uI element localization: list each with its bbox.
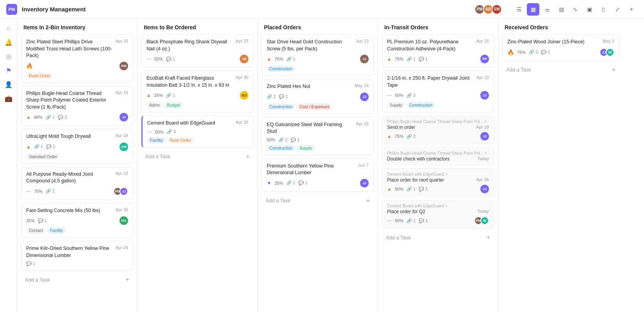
toolbar-table-icon[interactable]: ▤: [555, 3, 567, 16]
tag-facility: Facility: [147, 137, 166, 143]
sidebar-search-icon[interactable]: ◎: [2, 50, 15, 62]
col3-add-task[interactable]: Add a Task +: [262, 195, 374, 207]
card-pl-premium[interactable]: PL Premium 10 oz. Polyurethane Construct…: [382, 34, 494, 68]
tag-supply: Supply: [297, 145, 315, 151]
card-title: Black Phosphate Ring Shank Drywall Nail …: [146, 39, 236, 52]
card-title: Prime Kiln-Dried Southern Yellow Pine Di…: [26, 245, 116, 259]
card-title: Philips Bugle-Head Coarse Thread Sharp P…: [26, 90, 116, 111]
column-3: Placed Orders Star Drive Head Gold Const…: [258, 19, 378, 312]
col2-add-task[interactable]: Add a Task +: [141, 151, 253, 162]
progress-value: 75%: [34, 189, 43, 194]
card-title: Cement Board with EdgeGuard: [147, 120, 236, 127]
card-title: Star Drive Head Gold Construction Screw …: [267, 39, 356, 52]
sidebar-user-icon[interactable]: 👤: [2, 78, 15, 91]
sidebar-bell-icon[interactable]: 🔔: [2, 36, 15, 48]
sidebar-home-icon[interactable]: ⌂: [2, 22, 15, 34]
add-task-plus: +: [126, 276, 129, 283]
app-title: Inventory Management: [22, 6, 471, 12]
col5-add-task[interactable]: Add a Task +: [502, 64, 619, 76]
card-eq-galvanized[interactable]: EQ Galvanized Steel Wall Framing Stud Ap…: [262, 117, 374, 155]
toolbar-filter-icon[interactable]: ⚌: [541, 3, 553, 16]
card-avatar: JJ: [360, 55, 369, 63]
progress-flat-icon: —: [387, 93, 392, 98]
column-2: Items to Be Ordered Black Phosphate Ring…: [137, 19, 258, 312]
tag-rushorder: Rush Order: [167, 137, 194, 143]
subtask-ref[interactable]: Philips Bugle-Head Coarse Thread Sharp P…: [387, 151, 489, 155]
app-logo: PM: [6, 4, 17, 15]
card-date: May 24: [355, 83, 369, 88]
toolbar-expand-icon[interactable]: ⤢: [611, 3, 624, 16]
link-icon: 🔗 1: [286, 180, 295, 185]
card-title: Zinc-Plated Wood Joiner (15-Piece): [507, 39, 603, 46]
card-ultralight-drywall[interactable]: UltraLight Mold Tough Drywall Apr 18 ▲ 🔗…: [21, 129, 133, 164]
toolbar-chart-icon[interactable]: ∿: [569, 3, 582, 16]
toolbar-calendar-icon[interactable]: ▣: [583, 3, 596, 16]
toolbar-list-icon[interactable]: ☰: [513, 3, 525, 16]
card-joint-compound[interactable]: All Purpose Ready-Mixed Joint Compound (…: [21, 167, 133, 200]
add-task-plus: +: [246, 153, 250, 160]
card-avatar: JJ: [120, 113, 128, 121]
toolbar: ☰ ▦ ⚌ ▤ ∿ ▣ ▯ ⤢ +: [513, 3, 638, 16]
col4-add-task[interactable]: Add a Task +: [382, 232, 494, 243]
card-title: UltraLight Mold Tough Drywall: [26, 133, 116, 140]
card-ecobatt[interactable]: EcoBatt Kraft Faced Fiberglass Insulatio…: [141, 71, 253, 112]
col2-header: Items to Be Ordered: [137, 19, 257, 34]
subtask-send-order[interactable]: Philips Bugle-Head Coarse Thread Sharp P…: [382, 116, 494, 144]
card-date: Apr 30: [236, 75, 248, 80]
subtask-title: Place order for Q2: [387, 209, 425, 214]
col1-header: Items In 2-Bin Inventory: [17, 19, 137, 34]
card-title: EQ Galvanized Steel Wall Framing Stud: [267, 121, 356, 135]
card-drywall-tape[interactable]: 2-1/16 in. x 250 ft. Paper Drywall Joint…: [382, 71, 494, 112]
card-zinc-screws[interactable]: Zinc Plated Steel Phillips Drive Modifie…: [21, 34, 133, 83]
card-philips-screw[interactable]: Philips Bugle-Head Coarse Thread Sharp P…: [21, 86, 133, 126]
card-date: Apr 18: [116, 133, 128, 138]
subtask-ref[interactable]: Cement Board with EdgeGuard >: [387, 203, 489, 208]
link-icon: 🔗 1: [46, 189, 55, 194]
col4-header: In-Transit Orders: [378, 19, 498, 34]
card-date: Apr 19: [116, 90, 128, 95]
card-premium-pine[interactable]: Premium Southern Yellow Pine Dimensional…: [262, 159, 374, 192]
add-task-label: Add a Task: [25, 277, 50, 283]
subtask-double-check[interactable]: Philips Bugle-Head Coarse Thread Sharp P…: [382, 147, 494, 165]
card-avatar: AB: [240, 55, 248, 63]
subtask-ref[interactable]: Philips Bugle-Head Coarse Thread Sharp P…: [387, 119, 489, 124]
sidebar-flag-icon[interactable]: ⚑: [2, 64, 15, 77]
comment-icon: 💬 1: [279, 94, 288, 99]
progress-value: 75%: [395, 134, 403, 139]
card-title: PL Premium 10 oz. Polyurethane Construct…: [387, 39, 476, 52]
link-icon: 🔗 1: [286, 57, 295, 62]
card-cement-board[interactable]: Cement Board with EdgeGuard Apr 26 — 50%…: [141, 116, 253, 148]
card-zinc-hex[interactable]: Zinc Plated Hex Nut May 24 🔗 2 💬 1 JJ Co…: [262, 79, 374, 114]
card-pine-lumber[interactable]: Prime Kiln-Dried Southern Yellow Pine Di…: [21, 241, 133, 271]
subtask-ref[interactable]: Cement Board with EdgeGuard >: [387, 172, 489, 177]
tag-construction: Construction: [407, 102, 435, 108]
progress-up-icon: ▲: [26, 144, 31, 150]
col1-add-task[interactable]: Add a Task +: [21, 274, 133, 285]
card-avatar: JJ: [360, 179, 369, 187]
progress-flat-icon: —: [387, 218, 392, 223]
toolbar-add-icon[interactable]: +: [625, 3, 638, 16]
tag-budget: Budget: [164, 102, 182, 108]
tag-construction: Construction: [267, 66, 295, 72]
card-concrete-mix[interactable]: Fast-Setting Concrete Mix (50 lbs) Apr 3…: [21, 203, 133, 238]
comment-icon: 💬 1: [38, 218, 47, 223]
comment-icon: 💬 2: [541, 50, 550, 55]
link-icon: 🔗 3: [167, 129, 176, 134]
link-icon: 🔗 2: [529, 50, 538, 55]
subtask-title: Send in order: [387, 125, 415, 130]
card-title: Fast-Setting Concrete Mix (50 lbs): [26, 207, 116, 214]
comment-icon: 💬 1: [26, 261, 35, 266]
toolbar-doc-icon[interactable]: ▯: [597, 3, 610, 16]
card-date: Jun 7: [358, 163, 369, 168]
card-phosphate-nail[interactable]: Black Phosphate Ring Shank Drywall Nail …: [141, 34, 253, 68]
sidebar-work-icon[interactable]: 💼: [2, 92, 15, 105]
card-star-drive[interactable]: Star Drive Head Gold Construction Screw …: [262, 34, 374, 76]
toolbar-board-icon[interactable]: ▦: [527, 3, 539, 16]
layout: ⌂ 🔔 ◎ ⚑ 👤 💼 Items In 2-Bin Inventory Zin…: [0, 19, 644, 312]
progress-value: 50%: [395, 187, 403, 191]
subtask-q2[interactable]: Cement Board with EdgeGuard > Place orde…: [382, 200, 494, 228]
progress-value: 75%: [517, 50, 526, 55]
subtask-next-quarter[interactable]: Cement Board with EdgeGuard > Place orde…: [382, 168, 494, 197]
card-zinc-joiner[interactable]: Zinc-Plated Wood Joiner (15-Piece) May 3…: [502, 34, 619, 61]
card-avatar: PM: [120, 62, 128, 70]
